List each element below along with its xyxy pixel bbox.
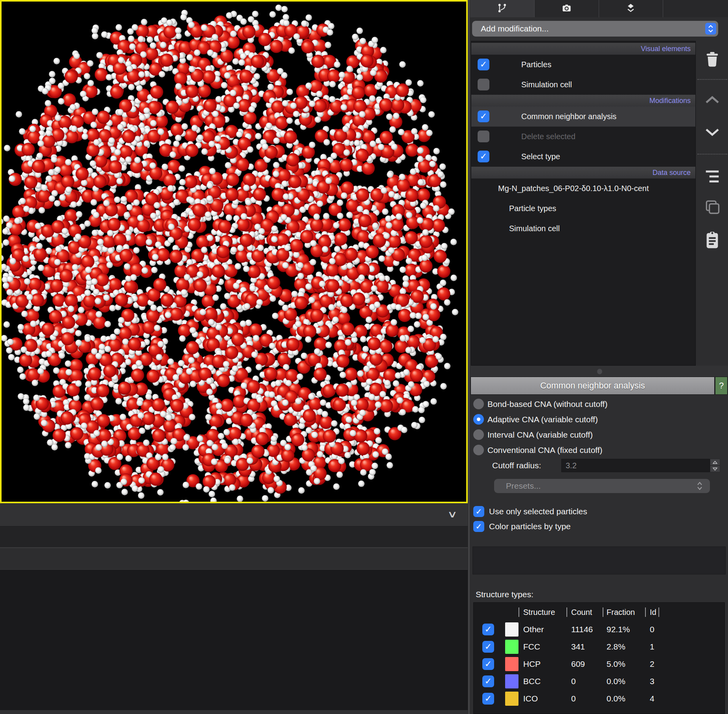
delete-selected-checkbox[interactable] (478, 131, 489, 142)
table-header-row: Structure Count Fraction Id (474, 606, 724, 618)
structure-types-label: Structure types: (476, 590, 533, 599)
cutoff-radius-label: Cutoff radius: (492, 457, 541, 474)
tab-pipeline[interactable] (470, 0, 535, 17)
status-strip (0, 710, 468, 714)
spinner-up-icon[interactable] (710, 459, 720, 466)
table-row-other[interactable]: Other 11146 92.1% 0 (474, 621, 724, 638)
layers-icon (625, 3, 636, 15)
timeline-track (0, 526, 468, 547)
toolbar-divider (697, 154, 727, 155)
pipeline-item-select-type[interactable]: Select type (471, 147, 695, 167)
row-checkbox[interactable] (482, 675, 494, 687)
section-header-modifications: Modifications (471, 95, 695, 107)
radio-icon[interactable] (473, 429, 484, 440)
radio-bond-based-cna[interactable]: Bond-based CNA (without cutoff) (473, 396, 725, 412)
cutoff-spinner[interactable] (710, 459, 720, 472)
radio-icon[interactable] (473, 445, 484, 455)
bottom-empty-area (0, 570, 468, 710)
select-type-checkbox[interactable] (478, 151, 489, 162)
tab-empty (663, 0, 728, 17)
option-use-only-selected[interactable]: Use only selected particles (473, 504, 725, 519)
tab-render[interactable] (535, 0, 599, 17)
row-checkbox[interactable] (482, 693, 494, 705)
pipeline-editor-list: Visual elements Particles Simulation cel… (471, 41, 696, 366)
radio-icon[interactable] (473, 414, 484, 425)
dropdown-stepper-icon[interactable] (705, 23, 716, 35)
table-row-fcc[interactable]: FCC 341 2.8% 1 (474, 638, 724, 655)
column-header-fraction: Fraction (607, 606, 635, 618)
duplicate-icon[interactable] (704, 198, 721, 217)
cutoff-radius-input[interactable]: 3.2 (561, 459, 710, 472)
structure-types-table: Structure Count Fraction Id Other 11146 … (473, 602, 725, 714)
color-swatch[interactable] (505, 674, 518, 688)
section-header-data-source: Data source (471, 167, 695, 178)
data-source-particle-types-item[interactable]: Particle types (471, 199, 695, 219)
table-row-ico[interactable]: ICO 0 0.0% 4 (474, 690, 724, 707)
use-only-selected-checkbox[interactable] (473, 506, 484, 517)
pipeline-branch-icon (497, 3, 507, 15)
pipeline-item-particles[interactable]: Particles (471, 55, 695, 75)
option-color-particles[interactable]: Color particles by type (473, 519, 725, 534)
radio-adaptive-cna[interactable]: Adaptive CNA (variable cutoff) (473, 412, 725, 427)
column-header-structure: Structure (523, 606, 555, 618)
command-panel: Add modification... Visual elements Part… (470, 0, 728, 714)
section-header-visual-elements: Visual elements (471, 43, 695, 55)
camera-icon (561, 3, 572, 15)
viewport-render[interactable] (2, 2, 466, 502)
application-window: ∨ (0, 0, 728, 714)
add-modification-label: Add modification... (481, 21, 549, 37)
panel-tabbar (470, 0, 728, 17)
add-modification-dropdown[interactable]: Add modification... (472, 21, 718, 37)
color-swatch[interactable] (505, 657, 518, 671)
cna-panel-title[interactable]: Common neighbor analysis (471, 377, 715, 395)
splitter-handle[interactable] (597, 369, 602, 374)
toggle-list-icon[interactable] (704, 169, 721, 186)
row-checkbox[interactable] (482, 624, 494, 635)
table-row-bcc[interactable]: BCC 0 0.0% 3 (474, 673, 724, 690)
row-checkbox[interactable] (482, 641, 494, 653)
viewport-3d[interactable] (0, 0, 468, 503)
column-header-count: Count (571, 606, 592, 618)
data-source-simulation-cell-item[interactable]: Simulation cell (471, 219, 695, 239)
tab-overlays[interactable] (599, 0, 664, 17)
pipeline-item-simulation-cell[interactable]: Simulation cell (471, 75, 695, 95)
presets-dropdown[interactable]: Presets... (494, 479, 710, 493)
spinner-down-icon[interactable] (710, 466, 720, 472)
toolbar-divider (697, 79, 727, 80)
move-down-icon[interactable] (704, 127, 720, 139)
row-checkbox[interactable] (482, 658, 494, 670)
radio-conventional-cna[interactable]: Conventional CNA (fixed cutoff) (473, 442, 725, 458)
panel-splitter-horizontal[interactable] (470, 366, 728, 377)
simulation-cell-checkbox[interactable] (478, 79, 489, 90)
radio-interval-cna[interactable]: Interval CNA (variable cutoff) (473, 427, 725, 442)
color-particles-checkbox[interactable] (473, 521, 484, 532)
table-row-hcp[interactable]: HCP 609 5.0% 2 (474, 655, 724, 673)
column-header-id: Id (650, 606, 656, 618)
timeline-collapse-bar[interactable]: ∨ (0, 503, 468, 526)
radio-icon[interactable] (473, 399, 484, 409)
clipboard-icon[interactable] (703, 230, 721, 252)
cna-checkbox[interactable] (478, 110, 489, 122)
animation-bar (0, 547, 468, 570)
trash-icon[interactable] (703, 50, 721, 70)
cutoff-radius-row: Cutoff radius: 3.2 (470, 457, 728, 474)
move-up-icon[interactable] (704, 94, 720, 107)
status-message-box (472, 547, 726, 574)
dropdown-chevrons-icon (697, 481, 703, 493)
help-button[interactable]: ? (715, 377, 728, 395)
pipeline-action-toolbar (697, 41, 728, 366)
pipeline-item-delete-selected[interactable]: Delete selected (471, 127, 695, 147)
color-swatch[interactable] (505, 640, 518, 654)
cna-panel-body: Bond-based CNA (without cutoff) Adaptive… (470, 395, 728, 714)
particles-checkbox[interactable] (478, 59, 489, 70)
pipeline-item-common-neighbor-analysis[interactable]: Common neighbor analysis (471, 107, 695, 127)
color-swatch[interactable] (505, 692, 518, 706)
color-swatch[interactable] (505, 622, 518, 637)
chevron-down-icon[interactable]: ∨ (447, 509, 458, 520)
data-source-file-item[interactable]: Mg-N_patches_06-P02-δ0.10-λ1.0-N0-cent (471, 178, 695, 199)
